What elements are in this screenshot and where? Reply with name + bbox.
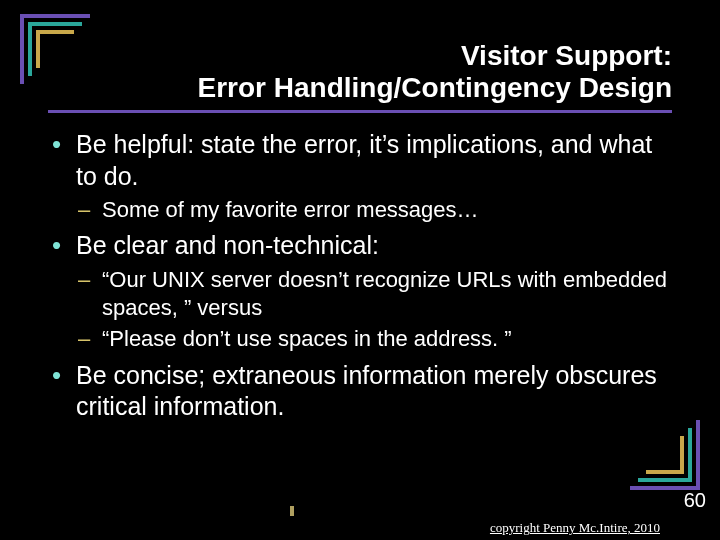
slide-frame: Visitor Support: Error Handling/Continge…	[20, 14, 700, 490]
bullet-list: Be helpful: state the error, it’s implic…	[48, 129, 672, 422]
bullet-item: Be clear and non-technical: “Our UNIX se…	[48, 230, 672, 353]
bullet-item: Be concise; extraneous information merel…	[48, 360, 672, 423]
sub-list: “Our UNIX server doesn’t recognize URLs …	[76, 266, 672, 354]
sub-item: “Please don’t use spaces in the address.…	[76, 325, 672, 354]
sub-item: Some of my favorite error messages…	[76, 196, 672, 225]
title-line-2: Error Handling/Contingency Design	[198, 72, 672, 103]
slide-number: 60	[684, 489, 706, 512]
slide-title: Visitor Support: Error Handling/Continge…	[48, 40, 672, 113]
decoration-tick	[290, 506, 294, 516]
sub-item: “Our UNIX server doesn’t recognize URLs …	[76, 266, 672, 323]
copyright-text: copyright Penny Mc.Intire, 2010	[490, 520, 660, 536]
bullet-text: Be concise; extraneous information merel…	[76, 361, 657, 420]
slide-content: Visitor Support: Error Handling/Continge…	[48, 40, 672, 490]
bullet-text: Be helpful: state the error, it’s implic…	[76, 130, 652, 189]
sub-list: Some of my favorite error messages…	[76, 196, 672, 225]
title-line-1: Visitor Support:	[461, 40, 672, 71]
bullet-text: Be clear and non-technical:	[76, 231, 379, 259]
bullet-item: Be helpful: state the error, it’s implic…	[48, 129, 672, 224]
